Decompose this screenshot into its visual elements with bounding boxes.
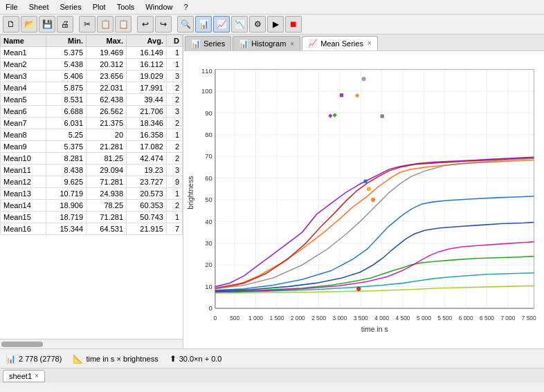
tab-histogram[interactable]: 📊 Histogram ×: [233, 36, 300, 50]
table-row[interactable]: Mean15.37519.46916.1491: [1, 47, 183, 59]
table-cell: Mean4: [1, 82, 46, 94]
table-row[interactable]: Mean85.252016.3581: [1, 129, 183, 141]
tab-mean-series-close[interactable]: ×: [368, 39, 372, 47]
toolbar-run[interactable]: ▶: [267, 16, 284, 32]
table-row[interactable]: Mean1418.90678.2560.3532: [1, 200, 183, 212]
table-cell: 16.149: [127, 47, 167, 59]
table-cell: 8.281: [46, 153, 87, 165]
toolbar-new[interactable]: 🗋: [3, 16, 19, 32]
menu-help[interactable]: ?: [178, 1, 193, 12]
table-row[interactable]: Mean35.40623.65619.0293: [1, 71, 183, 82]
main-area: Name Min. Max. Avg. D Mean15.37519.46916…: [0, 35, 544, 348]
svg-text:5 500: 5 500: [437, 315, 452, 321]
table-cell: 81.25: [87, 153, 127, 165]
table-cell: 3: [166, 71, 182, 82]
svg-text:7 000: 7 000: [500, 315, 515, 321]
svg-text:3 000: 3 000: [332, 315, 347, 321]
status-datapoints: 📊 2 778 (2778): [6, 354, 62, 364]
table-cell: 16.358: [127, 129, 167, 141]
svg-text:1 000: 1 000: [248, 315, 263, 321]
table-cell: 50.743: [127, 212, 167, 223]
table-cell: 6.688: [46, 106, 87, 118]
svg-text:2 000: 2 000: [291, 315, 305, 321]
datapoints-value: 2 778 (2778): [19, 355, 62, 363]
svg-text:6 500: 6 500: [480, 315, 494, 321]
svg-text:6 000: 6 000: [459, 315, 473, 321]
svg-point-65: [367, 187, 371, 191]
table-cell: Mean12: [1, 176, 46, 188]
table-cell: Mean6: [1, 106, 46, 118]
tab-series-icon: 📊: [191, 39, 201, 48]
sheet-tab-sheet1[interactable]: sheet1 ×: [3, 370, 45, 382]
table-row[interactable]: Mean76.03121.37518.3462: [1, 118, 183, 129]
toolbar-print[interactable]: 🖨: [57, 16, 73, 32]
menu-series[interactable]: Series: [54, 1, 87, 12]
toolbar-save[interactable]: 💾: [39, 16, 55, 32]
table-cell: Mean14: [1, 200, 46, 212]
table-row[interactable]: Mean66.68826.56221.7063: [1, 106, 183, 118]
table-row[interactable]: Mean1518.71971.28150.7431: [1, 212, 183, 223]
svg-text:0: 0: [208, 304, 212, 312]
svg-rect-64: [364, 180, 368, 183]
sheet-tab-close[interactable]: ×: [35, 372, 39, 380]
tab-histogram-close[interactable]: ×: [290, 40, 294, 48]
table-cell: 2: [166, 118, 182, 129]
table-row[interactable]: Mean108.28181.2542.4742: [1, 153, 183, 165]
toolbar-undo[interactable]: ↩: [137, 16, 154, 32]
sheet-tabs: sheet1 ×: [0, 368, 544, 383]
chart-container[interactable]: 0 10 20 30 40 50 60 70 80 90 100 110 0 5…: [183, 51, 544, 348]
table-cell: 5.25: [46, 129, 87, 141]
toolbar-settings[interactable]: ⚙: [249, 16, 266, 32]
toolbar-stop[interactable]: ⏹: [285, 16, 302, 32]
table-cell: 17.082: [127, 141, 167, 153]
toolbar-chart1[interactable]: 📊: [195, 16, 212, 32]
toolbar-open[interactable]: 📂: [21, 16, 37, 32]
toolbar-redo[interactable]: ↪: [155, 16, 172, 32]
table-cell: Mean15: [1, 212, 46, 223]
table-cell: 1: [166, 59, 182, 71]
table-cell: 71.281: [87, 176, 127, 188]
toolbar-zoom[interactable]: 🔍: [177, 16, 194, 32]
table-cell: 2: [166, 153, 182, 165]
toolbar-cut[interactable]: ✂: [79, 16, 96, 32]
table-scroll[interactable]: Name Min. Max. Avg. D Mean15.37519.46916…: [0, 35, 183, 339]
table-row[interactable]: Mean58.53162.43839.442: [1, 94, 183, 106]
menu-plot[interactable]: Plot: [87, 1, 111, 12]
table-cell: 20: [87, 129, 127, 141]
toolbar: 🗋 📂 💾 🖨 ✂ 📋 📋 ↩ ↪ 🔍 📊 📈 📉 ⚙ ▶ ⏹: [0, 15, 544, 35]
table-row[interactable]: Mean95.37521.28117.0822: [1, 141, 183, 153]
table-scrollbar-h[interactable]: [0, 339, 183, 348]
toolbar-paste[interactable]: 📋: [115, 16, 132, 32]
svg-text:5 000: 5 000: [417, 315, 431, 321]
table-row[interactable]: Mean1615.34464.53121.9157: [1, 223, 183, 235]
svg-point-67: [356, 287, 361, 291]
formula-value: 30.0×n + 0.0: [179, 355, 222, 363]
svg-text:0: 0: [214, 315, 217, 321]
table-cell: 8.438: [46, 165, 87, 176]
menu-window[interactable]: Window: [140, 1, 178, 12]
menu-file[interactable]: File: [0, 1, 24, 12]
table-cell: 18.346: [127, 118, 167, 129]
table-row[interactable]: Mean118.43829.09419.233: [1, 165, 183, 176]
table-cell: 26.562: [87, 106, 127, 118]
svg-point-66: [371, 198, 375, 202]
table-cell: 8.531: [46, 94, 87, 106]
table-cell: 5.406: [46, 71, 87, 82]
table-cell: 18.719: [46, 212, 87, 223]
tab-mean-series[interactable]: 📈 Mean Series ×: [302, 36, 378, 50]
table-cell: 62.438: [87, 94, 127, 106]
toolbar-chart3[interactable]: 📉: [231, 16, 248, 32]
table-row[interactable]: Mean45.87522.03117.9912: [1, 82, 183, 94]
tab-series[interactable]: 📊 Series: [185, 36, 231, 50]
table-cell: 6.031: [46, 118, 87, 129]
svg-text:1 500: 1 500: [269, 315, 284, 321]
tab-histogram-label: Histogram: [251, 39, 286, 48]
table-row[interactable]: Mean1310.71924.93820.5731: [1, 188, 183, 200]
table-row[interactable]: Mean129.62571.28123.7279: [1, 176, 183, 188]
table-row[interactable]: Mean25.43820.31216.1121: [1, 59, 183, 71]
toolbar-chart2[interactable]: 📈: [213, 16, 230, 32]
menu-tools[interactable]: Tools: [111, 1, 140, 12]
menu-sheet[interactable]: Sheet: [24, 1, 55, 12]
tab-mean-series-label: Mean Series: [320, 39, 363, 48]
toolbar-copy[interactable]: 📋: [97, 16, 114, 32]
